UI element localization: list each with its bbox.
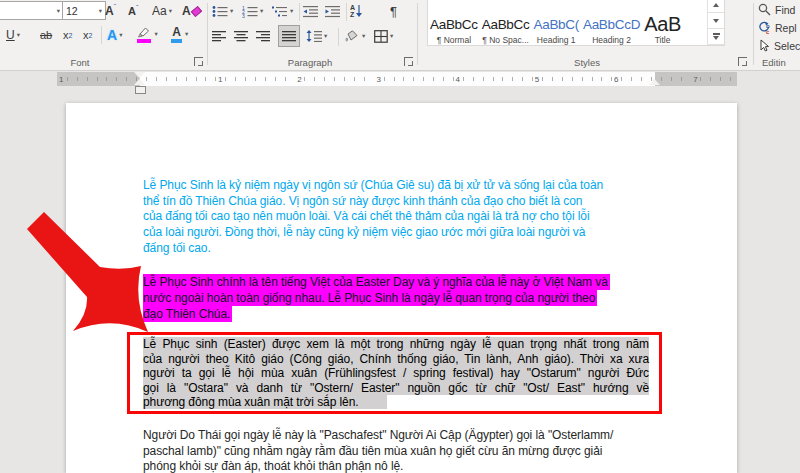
multilevel-list-button[interactable]: ▾ xyxy=(272,1,293,21)
sort-button[interactable]: A Z xyxy=(350,1,363,21)
numbering-icon: 123 xyxy=(242,5,258,18)
style-sample-text: AaBbCc xyxy=(430,16,478,33)
selected-text-line: của người theo Kitô giáo (Công giáo, Chí… xyxy=(143,352,649,367)
find-button[interactable]: Find xyxy=(758,3,795,16)
replace-label: Repl xyxy=(775,22,797,34)
gallery-scroll-up-button[interactable] xyxy=(708,0,724,13)
strikethrough-letters: ab xyxy=(40,29,52,41)
shrink-font-button[interactable]: A ˇ xyxy=(128,1,138,21)
paragraph-dialog-launcher-icon[interactable] xyxy=(404,57,413,66)
ruler-number: 1 xyxy=(216,75,224,84)
document-canvas[interactable]: 1 1234567 Lễ Phục Sinh là kỷ niệm ngày v… xyxy=(0,71,800,473)
style-gallery-item[interactable]: AaBbCc¶ Normal xyxy=(428,0,480,48)
text-line: đấng tối cao. xyxy=(143,241,658,257)
subscript-button[interactable]: x2 xyxy=(63,25,72,45)
font-color-button[interactable]: A ▾ xyxy=(170,24,188,44)
change-case-button[interactable]: Aa ▾ xyxy=(152,1,172,21)
paragraph-selected-red-box: Lễ Phục sinh (Easter) được xem là một tr… xyxy=(127,332,662,414)
style-gallery-item[interactable]: AaBTitle xyxy=(642,0,683,48)
align-center-icon xyxy=(234,30,249,42)
multilevel-list-icon xyxy=(272,5,288,18)
chevron-down-icon: ▾ xyxy=(119,31,122,39)
line-spacing-icon xyxy=(306,30,322,42)
text-line: của đấng tối cao tạo nên muôn loài. Và c… xyxy=(143,209,658,225)
chevron-down-icon: ▾ xyxy=(324,32,327,40)
editing-group-label: Editin xyxy=(762,57,800,68)
word-window: ▾ 12 ▾ A ˆ A ˇ Aa ▾ A U ▾ ab x2 xyxy=(0,0,800,473)
document-page[interactable]: Lễ Phục Sinh là kỷ niệm ngày vị ngôn sứ … xyxy=(66,103,737,473)
align-left-button[interactable] xyxy=(212,26,227,46)
paint-bucket-icon xyxy=(344,30,360,43)
styles-items: AaBbCc¶ NormalAaBbCc¶ No Spac...AaBbC(He… xyxy=(428,0,683,45)
numbering-button[interactable]: 123 ▾ xyxy=(242,1,263,21)
style-gallery-item[interactable]: AaBbC(Heading 1 xyxy=(531,0,580,48)
style-name-label: ¶ No Spac... xyxy=(482,35,529,45)
chevron-down-icon: ▾ xyxy=(169,7,172,15)
paragraph-plain: Người Do Thái gọi ngày lễ này là "Pascha… xyxy=(143,428,658,473)
eraser-icon xyxy=(190,5,201,16)
shading-button[interactable]: ▾ xyxy=(344,26,365,46)
style-gallery-item[interactable]: AaBbCcDHeading 2 xyxy=(581,0,642,48)
ruler-number: 7 xyxy=(691,75,699,84)
chevron-down-icon: ▾ xyxy=(260,7,263,15)
gallery-scroll-down-button[interactable] xyxy=(708,13,724,29)
replace-button[interactable]: bc Repl xyxy=(758,21,797,34)
divider xyxy=(346,3,347,21)
show-hide-marks-button[interactable]: ¶ xyxy=(390,1,397,21)
styles-group-label: Styles xyxy=(517,57,657,68)
style-gallery-item[interactable]: AaBbCc¶ No Spac... xyxy=(480,0,532,48)
font-dialog-launcher-icon[interactable] xyxy=(194,57,203,66)
gallery-more-button[interactable] xyxy=(708,29,724,45)
style-sample-text: AaBbC( xyxy=(533,16,578,33)
line-spacing-button[interactable]: ▾ xyxy=(306,26,327,46)
highlighted-text: nước ngoài hoàn toàn giống nhau. Lễ Phục… xyxy=(143,290,597,306)
underline-button[interactable]: U ▾ xyxy=(6,25,20,45)
text-effects-letter: A xyxy=(107,27,117,43)
chevron-down-icon: ▾ xyxy=(17,31,20,39)
text-line: Lễ Phục Sinh là kỷ niệm ngày vị ngôn sứ … xyxy=(143,178,658,194)
font-color-bar xyxy=(171,39,182,43)
decrease-indent-button[interactable] xyxy=(303,1,319,21)
highlighted-text: đạo Thiên Chúa. xyxy=(143,306,232,322)
change-case-letters: Aa xyxy=(152,4,167,18)
borders-icon xyxy=(374,30,388,43)
text-highlight-color-button[interactable]: ▾ xyxy=(138,24,156,44)
font-size-combobox[interactable]: 12 ▾ xyxy=(62,1,106,20)
caret-down-icon: ˇ xyxy=(136,4,138,11)
align-center-button[interactable] xyxy=(234,26,249,46)
ruler-ticks xyxy=(57,77,737,81)
clear-formatting-button[interactable]: A xyxy=(182,1,201,21)
grow-font-button[interactable]: A ˆ xyxy=(105,1,116,21)
text-line: Người Do Thái gọi ngày lễ này là "Pascha… xyxy=(143,428,658,444)
chevron-down-icon: ▾ xyxy=(154,30,157,38)
justify-button[interactable] xyxy=(278,25,300,47)
grow-font-letter: A xyxy=(105,4,114,18)
pilcrow-icon: ¶ xyxy=(390,4,397,19)
align-right-button[interactable] xyxy=(256,26,271,46)
text-line: của loài người. Đồng thời, lễ này cũng k… xyxy=(143,225,658,241)
strikethrough-button[interactable]: ab xyxy=(40,25,52,45)
ruler-number: 3 xyxy=(374,75,382,84)
text-line: Lễ Phục Sinh chính là tên tiếng Việt của… xyxy=(143,275,658,291)
increase-indent-button[interactable] xyxy=(325,1,341,21)
horizontal-ruler[interactable]: 1 1234567 xyxy=(57,72,737,86)
chevron-down-icon: ▾ xyxy=(362,32,365,40)
highlight-color-bar xyxy=(137,39,151,43)
select-button[interactable]: Selec xyxy=(758,39,800,52)
sort-arrow-icon xyxy=(355,4,363,18)
find-label: Find xyxy=(775,4,795,16)
group-divider xyxy=(207,3,208,65)
left-indent-marker[interactable] xyxy=(135,86,146,94)
cursor-arrow-icon xyxy=(758,39,770,52)
font-name-combobox[interactable]: ▾ xyxy=(0,1,64,20)
styles-dialog-launcher-icon[interactable] xyxy=(738,57,747,66)
ruler-number: 5 xyxy=(533,75,541,84)
bullets-button[interactable]: ▾ xyxy=(212,1,233,21)
replace-icon: bc xyxy=(758,21,771,34)
svg-text:c: c xyxy=(766,29,770,34)
text-effects-button[interactable]: A ▾ xyxy=(107,25,122,45)
superscript-button[interactable]: x2 xyxy=(83,25,92,45)
borders-button[interactable]: ▾ xyxy=(374,26,393,46)
text-line: nước ngoài hoàn toàn giống nhau. Lễ Phục… xyxy=(143,291,658,307)
subscript-digit: 2 xyxy=(69,32,73,39)
